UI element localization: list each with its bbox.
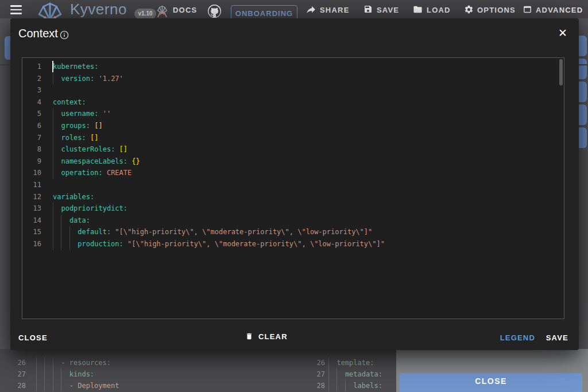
onboarding-button[interactable]: ONBOARDING <box>231 5 297 18</box>
panel-divider-line <box>578 64 588 65</box>
context-yaml-editor[interactable]: 1kubernetes:2version: '1.27'34context:5u… <box>22 57 564 319</box>
github-icon[interactable] <box>208 5 221 18</box>
dialog-save-button[interactable]: SAVE <box>546 333 568 342</box>
close-icon[interactable]: ✕ <box>558 26 567 39</box>
code-line[interactable]: 6groups: [] <box>22 120 564 132</box>
dialog-legend-button[interactable]: LEGEND <box>500 333 535 342</box>
save-icon[interactable] <box>363 5 373 14</box>
docs-button[interactable]: DOCS <box>173 6 197 14</box>
info-icon[interactable] <box>60 30 69 40</box>
background-code-editors: 26- resources:27kinds:28- Deployment26te… <box>0 349 396 392</box>
options-button[interactable]: OPTIONS <box>477 6 516 14</box>
dialog-title: Context <box>18 27 58 40</box>
share-button[interactable]: SHARE <box>320 6 350 14</box>
load-button[interactable]: LOAD <box>427 6 451 14</box>
code-line[interactable]: 4context: <box>22 96 564 108</box>
code-line[interactable]: 10operation: CREATE <box>22 167 564 179</box>
code-line[interactable]: 9namespaceLabels: {} <box>22 156 564 168</box>
app-title[interactable]: Kyverno <box>70 1 127 18</box>
kyverno-docs-icon[interactable] <box>156 5 168 17</box>
panel-divider-line <box>0 64 10 65</box>
code-line[interactable]: 26template: <box>0 357 396 368</box>
code-line[interactable]: 8clusterRoles: [] <box>22 143 564 156</box>
background-results-panel: CLOSE <box>396 349 588 392</box>
code-line[interactable]: 15default: "[\"high-priority\", \"modera… <box>22 226 564 238</box>
background-close-button[interactable]: CLOSE <box>400 373 582 392</box>
code-line[interactable]: 3 <box>22 84 564 96</box>
code-line[interactable]: 27metadata: <box>0 368 396 380</box>
code-line[interactable]: 5username: '' <box>22 108 564 120</box>
kyverno-playground: 26- resources:27kinds:28- Deployment26te… <box>0 0 588 392</box>
save-button[interactable]: SAVE <box>377 6 399 14</box>
code-line[interactable]: 16production: "[\"high-priority\", \"mod… <box>22 238 564 250</box>
context-dialog: Context ✕ 1kubernetes:2version: '1.27'34… <box>10 18 579 350</box>
menu-icon[interactable] <box>10 5 22 14</box>
advanced-panel-icon[interactable] <box>523 5 532 14</box>
code-line[interactable]: 1kubernetes: <box>22 61 564 73</box>
code-line[interactable]: 7roles: [] <box>22 132 564 144</box>
code-line[interactable]: 2version: '1.27' <box>22 73 564 85</box>
code-line[interactable]: 12variables: <box>22 191 564 203</box>
options-gear-icon[interactable] <box>464 5 474 14</box>
dialog-close-button[interactable]: CLOSE <box>18 333 48 342</box>
code-line[interactable]: 13podprioritydict: <box>22 203 564 215</box>
kyverno-logo-icon[interactable] <box>36 1 64 18</box>
clear-label: CLEAR <box>258 332 288 341</box>
code-line[interactable]: 11 <box>22 179 564 191</box>
version-badge: v1.10 <box>134 9 156 18</box>
code-line[interactable]: 28labels: <box>0 380 396 391</box>
trash-icon <box>245 332 253 341</box>
load-folder-icon[interactable] <box>413 5 423 14</box>
share-icon[interactable] <box>307 5 316 14</box>
top-toolbar: Kyverno v1.10 DOCS ONBOARDING SHARE <box>0 0 588 18</box>
code-line[interactable]: 14data: <box>22 215 564 227</box>
advanced-button[interactable]: ADVANCED <box>536 6 583 14</box>
dialog-clear-button[interactable]: CLEAR <box>245 332 288 341</box>
